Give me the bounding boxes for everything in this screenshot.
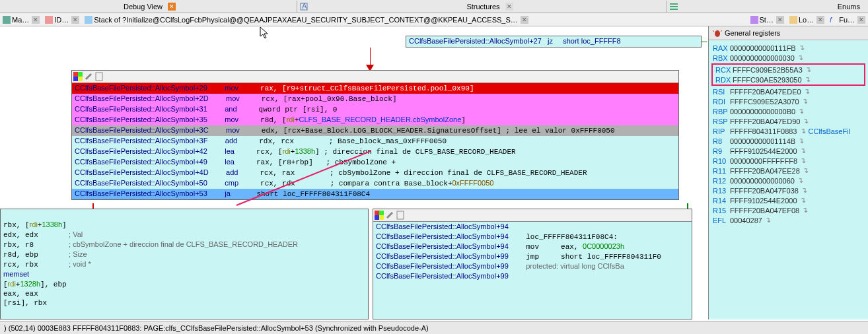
code-line[interactable]: CClfsBaseFilePersisted::AllocSymbol+35 m… — [72, 115, 678, 125]
sub-tab-label: St… — [760, 16, 774, 24]
sub-tab-label: Lo… — [799, 16, 814, 24]
sub-tab-fu[interactable]: fFu…✕ — [827, 14, 868, 26]
register-row[interactable]: RSIFFFFF20BA047EDE0↴ — [710, 86, 867, 96]
block-header — [373, 209, 692, 222]
svg-line-27 — [721, 30, 722, 32]
close-icon[interactable]: ✕ — [776, 16, 784, 24]
code-line[interactable]: CClfsBaseFilePersisted::AllocSymbol+99 p… — [373, 261, 692, 271]
code-line[interactable]: CClfsBaseFilePersisted::AllocSymbol+53 j… — [72, 189, 678, 199]
doc-icon[interactable] — [94, 72, 104, 81]
close-icon[interactable]: ✕ — [521, 16, 528, 24]
svg-rect-9 — [789, 16, 797, 24]
code-line[interactable]: CClfsBaseFilePersisted::AllocSymbol+49 l… — [72, 157, 678, 168]
register-row[interactable]: RCXFFFFC909E52B55A3↴ — [713, 65, 864, 75]
close-icon[interactable]: ✕ — [32, 16, 40, 24]
bug-icon — [713, 28, 722, 38]
code-line: CClfsBaseFilePersisted::AllocSymbol+27 j… — [406, 36, 701, 47]
register-row[interactable]: RSPFFFFF20BA047ED90↴ — [710, 116, 867, 126]
code-line[interactable]: CClfsBaseFilePersisted::AllocSymbol+3F a… — [72, 136, 678, 147]
tab-icon-list[interactable] — [667, 3, 680, 11]
code-line[interactable]: CClfsBaseFilePersisted::AllocSymbol+94 l… — [373, 232, 692, 242]
sub-tab-ma[interactable]: Ma…✕ — [0, 14, 42, 26]
register-row[interactable]: R1000000000FFFFFFF8↴ — [710, 156, 867, 166]
sub-tab-label: Ma… — [12, 16, 29, 24]
main-code-block[interactable]: CClfsBaseFilePersisted::AllocSymbol+29 m… — [71, 70, 679, 200]
register-row[interactable]: R13FFFFF20BA047F038↴ — [710, 185, 867, 195]
register-row[interactable]: RDIFFFFC909E52A3070↴ — [710, 96, 867, 106]
register-row[interactable]: R14FFFF9102544E2000↴ — [710, 195, 867, 205]
code-line[interactable]: CClfsBaseFilePersisted::AllocSymbol+99 — [373, 271, 692, 281]
tab-label: Debug View — [124, 3, 163, 11]
tab-enums[interactable]: Enums — [680, 1, 868, 13]
code-line[interactable]: rbx, [rdi+1338h] — [1, 220, 368, 230]
code-line[interactable]: CClfsBaseFilePersisted::AllocSymbol+3C m… — [72, 125, 678, 136]
color-icon[interactable] — [375, 211, 384, 220]
code-line[interactable]: [rdi+1328h], ebp — [1, 279, 368, 289]
svg-rect-24 — [397, 211, 404, 219]
right-bottom-block[interactable]: CClfsBaseFilePersisted::AllocSymbol+94CC… — [373, 209, 692, 319]
tab-debug-view[interactable]: Debug View ✕ — [0, 1, 297, 13]
register-row[interactable]: EFL00040287↴ — [710, 215, 867, 225]
register-row[interactable]: R15FFFFF20BA047EF08↴ — [710, 205, 867, 215]
close-icon[interactable]: ✕ — [71, 16, 79, 24]
status-bar: ) (502,14) 0003E883 FFFFF804311F0883: PA… — [0, 321, 868, 334]
disassembly-view: CClfsBaseFilePersisted::AllocSymbol+27 j… — [0, 26, 708, 319]
code-line[interactable]: [rsi], rbx — [1, 298, 368, 308]
register-row[interactable]: RBP00000000000000B0↴ — [710, 106, 867, 116]
left-bottom-block[interactable]: rbx, [rdi+1338h]edx, edx ; Valrbx, r8 ; … — [0, 209, 369, 319]
svg-rect-8 — [750, 16, 758, 24]
top-tab-bar: Debug View ✕ A Structures ✕ Enums — [0, 0, 868, 13]
sub-tab-stack[interactable]: Stack of ?Initialize@CClfsLogFcbPhysical… — [82, 14, 747, 26]
code-line[interactable]: CClfsBaseFilePersisted::AllocSymbol+2D m… — [72, 94, 678, 104]
svg-rect-15 — [78, 77, 83, 81]
register-row[interactable]: RAX00000000000111FB↴ — [710, 43, 867, 53]
code-line[interactable]: r8d, ebp ; Size — [1, 250, 368, 259]
edit-icon[interactable] — [84, 72, 93, 81]
svg-rect-12 — [73, 72, 78, 77]
register-row[interactable]: R11FFFFF20BA047EE28↴ — [710, 166, 867, 176]
svg-rect-7 — [85, 16, 92, 24]
svg-rect-13 — [78, 72, 83, 77]
code-line[interactable]: rbx, r8 ; cbSymbolZone + direccion final… — [1, 240, 368, 250]
register-row[interactable]: RIPFFFFF804311F0883↴CClfsBaseFil — [710, 126, 867, 136]
register-row[interactable]: RDXFFFFC90AE5293050↴ — [713, 75, 864, 84]
code-line[interactable]: CClfsBaseFilePersisted::AllocSymbol+29 m… — [72, 83, 678, 94]
code-line[interactable]: edx, edx ; Val — [1, 230, 368, 240]
code-line[interactable]: CClfsBaseFilePersisted::AllocSymbol+50 c… — [72, 178, 678, 189]
edit-icon[interactable] — [385, 211, 394, 220]
tab-icon-a[interactable]: A — [297, 3, 310, 11]
register-row[interactable]: RBX0000000000000030↴ — [710, 53, 867, 63]
status-text: ) (502,14) 0003E883 FFFFF804311F0883: PA… — [4, 324, 429, 332]
code-line[interactable]: eax, eax — [1, 289, 368, 298]
code-line[interactable]: CClfsBaseFilePersisted::AllocSymbol+31 a… — [72, 104, 678, 115]
sub-tab-label: ID… — [54, 16, 69, 24]
sub-tab-st[interactable]: St…✕ — [748, 14, 787, 26]
close-icon[interactable]: ✕ — [505, 3, 513, 11]
tab-structures[interactable]: Structures ✕ — [310, 1, 667, 13]
register-row[interactable]: R120000000000000060↴ — [710, 176, 867, 185]
register-row[interactable]: R8000000000001114B↴ — [710, 136, 867, 146]
sub-tab-lo[interactable]: Lo…✕ — [787, 14, 827, 26]
close-icon[interactable]: ✕ — [168, 3, 176, 11]
code-line[interactable]: memset — [1, 269, 368, 279]
code-line[interactable]: CClfsBaseFilePersisted::AllocSymbol+94 m… — [373, 242, 692, 251]
tab-label: Structures — [466, 3, 499, 11]
code-line[interactable]: rcx, rbx ; void * — [1, 259, 368, 269]
sub-tab-id[interactable]: ID…✕ — [42, 14, 82, 26]
doc-icon[interactable] — [396, 211, 405, 220]
close-icon[interactable]: ✕ — [816, 16, 824, 24]
svg-line-26 — [713, 30, 714, 32]
registers-list[interactable]: RAX00000000000111FB↴RBX0000000000000030↴… — [709, 40, 868, 228]
close-icon[interactable]: ✕ — [857, 16, 865, 24]
register-row[interactable]: R9FFFF9102544E2000↴ — [710, 146, 867, 156]
code-line[interactable]: CClfsBaseFilePersisted::AllocSymbol+94 — [373, 222, 692, 232]
svg-text:A: A — [302, 3, 307, 10]
code-line[interactable]: CClfsBaseFilePersisted::AllocSymbol+4D a… — [72, 168, 678, 178]
svg-rect-3 — [670, 6, 678, 7]
code-line[interactable]: CClfsBaseFilePersisted::AllocSymbol+42 l… — [72, 147, 678, 157]
code-line[interactable]: CClfsBaseFilePersisted::AllocSymbol+99 j… — [373, 251, 692, 261]
registers-title-bar: General registers — [709, 26, 868, 40]
svg-rect-21 — [379, 211, 384, 215]
flow-arrow-true — [702, 42, 707, 42]
color-icon[interactable] — [73, 72, 83, 81]
